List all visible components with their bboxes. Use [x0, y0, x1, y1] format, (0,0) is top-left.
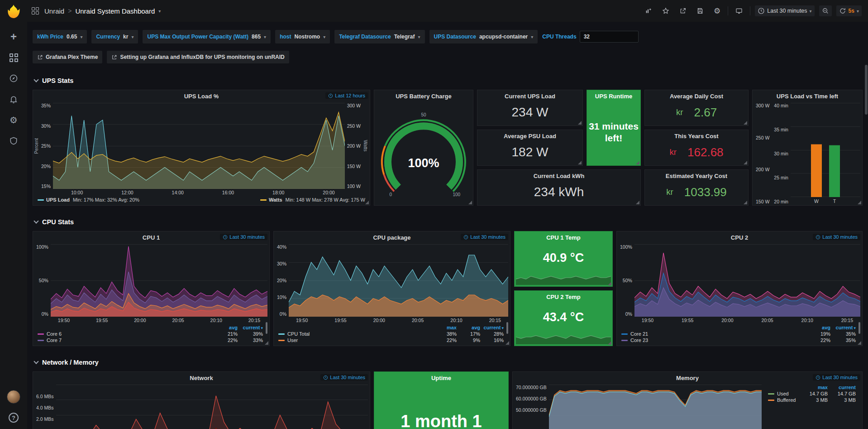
resize-handle[interactable] [858, 201, 861, 204]
panel-cpu2-temp[interactable]: CPU 2 Temp 43.4 °C [514, 290, 613, 346]
refresh-button[interactable]: 5s ▾ [836, 5, 862, 16]
panel-time-override-badge[interactable]: Last 30 minutes [461, 234, 508, 240]
breadcrumb-folder[interactable]: Unraid [44, 7, 64, 15]
battery-gauge[interactable]: 050100100% [374, 102, 473, 205]
configuration-gear-icon[interactable]: ⚙ [9, 115, 19, 125]
panel-title[interactable]: Network [190, 375, 213, 381]
network-chart[interactable] [56, 385, 368, 429]
panel-time-override-badge[interactable]: Last 30 minutes [813, 234, 860, 240]
panel-title[interactable]: CPU 2 [731, 234, 748, 241]
resize-handle[interactable] [858, 341, 861, 345]
dashboards-icon[interactable] [9, 53, 19, 63]
caret-down-icon[interactable]: ▾ [158, 9, 161, 14]
resize-handle[interactable] [578, 161, 582, 164]
legend-sort-header[interactable]: max [800, 385, 828, 390]
ups-load-chart[interactable] [53, 103, 345, 189]
memory-chart[interactable] [549, 385, 762, 429]
panel-title[interactable]: Average PSU Load [504, 133, 556, 140]
legend-series-label[interactable]: User [278, 337, 433, 343]
add-panel-button[interactable] [642, 5, 655, 16]
page-scrollbar[interactable] [864, 22, 868, 429]
panel-estimated-yearly-cost[interactable]: Estimated Yearly Cost kr1033.99 [644, 169, 749, 206]
resize-handle[interactable] [365, 201, 369, 204]
panel-title[interactable]: UPS Load % [184, 93, 219, 100]
zoom-out-button[interactable] [819, 5, 832, 16]
panel-cpu1-temp[interactable]: CPU 1 Temp 40.9 °C [514, 231, 613, 287]
legend-sort-header[interactable]: max [433, 325, 457, 330]
legend-sort-header[interactable]: current▾ [830, 325, 856, 330]
legend-sort-header[interactable]: current [828, 385, 856, 390]
panel-title[interactable]: Uptime [431, 375, 451, 381]
star-button[interactable] [659, 5, 672, 16]
resize-handle[interactable] [608, 282, 611, 285]
panel-network[interactable]: Network Last 30 minutes 6.0 MBs4.0 MBs2.… [33, 371, 370, 429]
legend-item[interactable]: WattsMin: 148 W Max: 278 W Avg: 175 W [260, 197, 365, 202]
panel-cpu2[interactable]: CPU 2 Last 30 minutes 100%50%0% 19:5019:… [616, 231, 863, 346]
explore-compass-icon[interactable] [9, 73, 19, 83]
legend-series-label[interactable]: Core 21 [621, 331, 805, 337]
panel-time-override-badge[interactable]: Last 30 minutes [320, 374, 368, 381]
panel-cpu-package[interactable]: CPU package Last 30 minutes 40%30%20%10%… [273, 231, 510, 346]
legend-sort-header[interactable]: current▾ [238, 325, 263, 330]
dashboard-grid-icon[interactable] [32, 7, 39, 14]
cpu2-chart[interactable] [634, 244, 860, 317]
section-header-cpu-stats[interactable]: CPU Stats [33, 217, 863, 227]
panel-title[interactable]: CPU 2 Temp [546, 294, 581, 300]
panel-current-load-kwh[interactable]: Current Load kWh 234 kWh [477, 169, 641, 206]
panel-title[interactable]: Current UPS Load [505, 93, 555, 100]
resize-handle[interactable] [636, 201, 639, 204]
panel-time-override-badge[interactable]: Last 30 minutes [813, 374, 860, 381]
link-grafana-plex-theme[interactable]: Grafana Plex Theme [33, 51, 102, 63]
panel-title[interactable]: UPS Load vs Time left [777, 93, 838, 100]
panel-ups-load-vs-time-left[interactable]: UPS Load vs Time left 300 W250 W200 W150… [752, 90, 863, 206]
cpu-threads-input[interactable] [580, 31, 639, 43]
cpu1-chart[interactable] [51, 244, 267, 317]
variable-ups-datasource[interactable]: UPS Datasource apcupsd-container ▾ [429, 30, 538, 43]
panel-ups-battery-charge[interactable]: UPS Battery Charge 050100100% [374, 90, 473, 206]
panel-this-years-cost[interactable]: This Years Cost kr162.68 [644, 130, 749, 166]
link-ups-monitoring-guide[interactable]: Setting up Grafana and InfluxDB for UPS … [107, 51, 289, 63]
legend-series-label[interactable]: Used [768, 391, 800, 396]
resize-handle[interactable] [636, 161, 639, 164]
panel-title[interactable]: CPU package [373, 234, 410, 241]
legend-sort-header[interactable]: avg [457, 325, 480, 330]
legend-scrollbar[interactable] [506, 322, 508, 334]
variable-ups-max-output[interactable]: UPS Max Output Power Capacity (Watt) 865… [143, 30, 271, 43]
user-avatar[interactable] [7, 390, 20, 404]
panel-uptime[interactable]: Uptime 1 month 1 [374, 371, 509, 429]
legend-item[interactable]: UPS LoadMin: 17% Max: 32% Avg: 20% [38, 197, 139, 202]
variable-telegraf-datasource[interactable]: Telegraf Datasource Telegraf ▾ [334, 30, 424, 43]
panel-title[interactable]: This Years Cost [674, 133, 718, 140]
legend-scrollbar[interactable] [858, 322, 860, 334]
resize-handle[interactable] [468, 201, 472, 204]
cpu-package-chart[interactable] [289, 244, 508, 317]
create-plus-icon[interactable]: + [9, 32, 19, 42]
legend-sort-header[interactable]: current▾ [480, 325, 504, 330]
share-button[interactable] [677, 5, 689, 16]
panel-ups-runtime[interactable]: UPS Runtime 31 minutes left! [587, 90, 641, 166]
legend-sort-header[interactable]: avg [805, 325, 830, 330]
legend-series-label[interactable]: Core 7 [38, 337, 212, 343]
tv-kiosk-button[interactable] [733, 5, 745, 16]
dashboard-settings-button[interactable]: ⚙ [711, 5, 723, 17]
panel-time-override-badge[interactable]: Last 30 minutes [220, 234, 267, 240]
panel-average-psu-load[interactable]: Average PSU Load 182 W [477, 130, 583, 166]
panel-title[interactable]: Memory [676, 375, 699, 381]
panel-title[interactable]: UPS Runtime [595, 93, 632, 100]
server-admin-shield-icon[interactable] [9, 136, 19, 146]
resize-handle[interactable] [744, 121, 747, 125]
panel-title[interactable]: Estimated Yearly Cost [666, 173, 727, 179]
legend-series-label[interactable]: CPU Total [278, 331, 433, 337]
resize-handle[interactable] [578, 121, 582, 125]
help-icon[interactable]: ? [9, 413, 19, 423]
ups-bars-chart[interactable]: WT [791, 103, 860, 204]
panel-title[interactable]: UPS Battery Charge [396, 93, 452, 100]
variable-host[interactable]: host Nostromo ▾ [275, 30, 330, 43]
panel-current-ups-load[interactable]: Current UPS Load 234 W [477, 90, 583, 126]
panel-ups-load-percent[interactable]: UPS Load % Last 12 hours Percent 35%30%2… [33, 90, 370, 206]
scrollbar-thumb[interactable] [865, 65, 868, 115]
panel-cpu1[interactable]: CPU 1 Last 30 minutes 100%50%0% 19:5019:… [33, 231, 270, 346]
legend-series-label[interactable]: Core 6 [38, 331, 212, 337]
resize-handle[interactable] [744, 161, 747, 164]
section-header-ups-stats[interactable]: UPS Stats [33, 75, 863, 86]
